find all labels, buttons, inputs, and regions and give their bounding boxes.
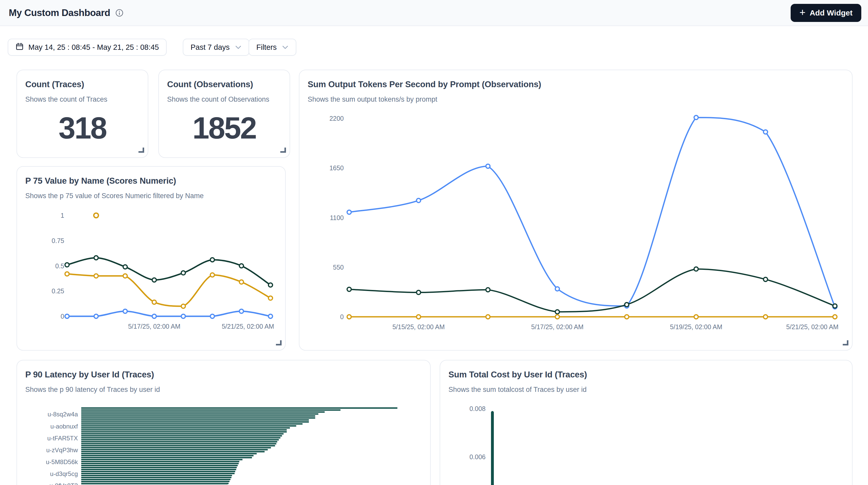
widget-p75-scores: P 75 Value by Name (Scores Numeric) Show…: [17, 166, 286, 351]
svg-text:u-5M8D56k: u-5M8D56k: [46, 458, 78, 465]
widget-subtitle: Shows the count of Observations: [167, 95, 269, 103]
date-range-button[interactable]: May 14, 25 : 08:45 - May 21, 25 : 08:45: [8, 39, 166, 56]
widget-title: Count (Observations): [167, 80, 253, 89]
svg-text:u-8sq2w4a: u-8sq2w4a: [48, 411, 78, 418]
svg-text:u-d3qr5cg: u-d3qr5cg: [50, 470, 78, 477]
add-widget-label: Add Widget: [810, 8, 852, 17]
add-widget-button[interactable]: + Add Widget: [790, 4, 861, 22]
widget-subtitle: Shows the count of Traces: [25, 95, 107, 103]
svg-text:1650: 1650: [329, 164, 344, 172]
resize-handle-icon[interactable]: [280, 148, 286, 153]
svg-text:0: 0: [340, 313, 344, 321]
calendar-icon: [16, 42, 24, 52]
dashboard-page: My Custom Dashboard + Add Widget M: [0, 0, 868, 485]
svg-text:0.25: 0.25: [52, 287, 64, 295]
svg-text:0.75: 0.75: [52, 237, 64, 244]
p90-bar-chart: u-8sq2w4au-aobnuxfu-tFAR5TXu-zVqP3hwu-5M…: [17, 360, 431, 485]
p75-line-chart: 00.250.50.7515/17/25, 02:00 AM5/21/25, 0…: [17, 166, 286, 351]
svg-text:0.5: 0.5: [55, 262, 64, 270]
svg-text:5/19/25, 02:00 AM: 5/19/25, 02:00 AM: [670, 323, 722, 331]
resize-handle-icon[interactable]: [138, 148, 144, 153]
chevron-down-icon: [282, 43, 288, 52]
time-preset-dropdown[interactable]: Past 7 days: [183, 39, 249, 56]
widget-count-observations: Count (Observations) Shows the count of …: [158, 70, 290, 158]
widget-p90-latency: P 90 Latency by User Id (Traces) Shows t…: [17, 360, 431, 485]
resize-handle-icon[interactable]: [843, 340, 848, 345]
header: My Custom Dashboard + Add Widget: [0, 0, 868, 26]
svg-text:5/17/25, 02:00 AM: 5/17/25, 02:00 AM: [128, 323, 181, 330]
svg-text:2200: 2200: [329, 115, 344, 122]
tokens-line-chart: 05501100165022005/15/25, 02:00 AM5/17/25…: [300, 70, 852, 351]
svg-text:0.006: 0.006: [469, 453, 486, 460]
info-icon[interactable]: [115, 9, 124, 17]
svg-text:1100: 1100: [330, 214, 344, 221]
cost-bar-chart: 0.0080.006: [440, 360, 852, 485]
count-observations-value: 1852: [192, 111, 256, 146]
svg-text:5/21/25, 02:00 AM: 5/21/25, 02:00 AM: [786, 323, 839, 331]
plus-icon: +: [799, 7, 805, 18]
svg-text:u-tFAR5TX: u-tFAR5TX: [47, 435, 78, 442]
chevron-down-icon: [235, 43, 242, 52]
svg-text:5/15/25, 02:00 AM: 5/15/25, 02:00 AM: [393, 323, 445, 331]
resize-handle-icon[interactable]: [276, 340, 282, 345]
svg-text:5/21/25, 02:00 AM: 5/21/25, 02:00 AM: [222, 323, 274, 330]
filters-label: Filters: [256, 43, 277, 52]
svg-text:0: 0: [61, 313, 64, 320]
svg-text:1: 1: [61, 212, 64, 219]
widget-total-cost: Sum Total Cost by User Id (Traces) Shows…: [440, 360, 852, 485]
page-title: My Custom Dashboard: [9, 7, 110, 18]
svg-text:u-zVqP3hw: u-zVqP3hw: [46, 447, 78, 454]
count-traces-value: 318: [59, 111, 106, 146]
widget-count-traces: Count (Traces) Shows the count of Traces…: [17, 70, 148, 158]
date-range-text: May 14, 25 : 08:45 - May 21, 25 : 08:45: [28, 43, 159, 52]
svg-text:5/17/25, 02:00 AM: 5/17/25, 02:00 AM: [531, 323, 584, 331]
svg-text:550: 550: [333, 264, 344, 271]
svg-text:u-aobnuxf: u-aobnuxf: [50, 423, 78, 430]
svg-text:0.008: 0.008: [469, 405, 486, 412]
time-preset-label: Past 7 days: [191, 43, 230, 52]
widget-title: Count (Traces): [25, 80, 84, 89]
widget-tokens-per-second: Sum Output Tokens Per Second by Prompt (…: [299, 70, 852, 351]
svg-text:u-8fVa9T3: u-8fVa9T3: [50, 482, 78, 485]
filters-dropdown[interactable]: Filters: [249, 39, 296, 56]
